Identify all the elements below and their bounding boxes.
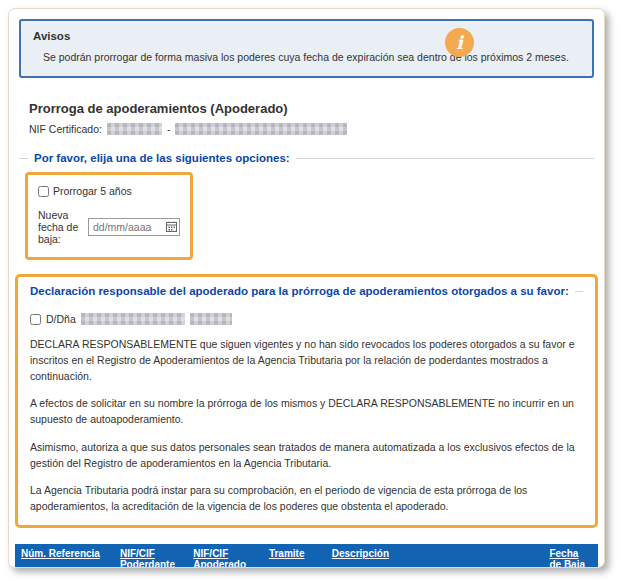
- declaracion-paragraph: A efectos de solicitar en su nombre la p…: [30, 396, 583, 428]
- header-fecha-baja[interactable]: Fecha de Baja: [544, 544, 598, 568]
- declaracion-legend-row: Declaración responsable del apoderado pa…: [30, 285, 583, 297]
- prorrogar-checkbox[interactable]: [38, 186, 49, 197]
- prorrogar-label: Prorrogar 5 años: [53, 185, 132, 197]
- info-icon-glyph: i: [456, 34, 463, 52]
- nif-separator: -: [167, 123, 171, 135]
- declaracion-box: Declaración responsable del apoderado pa…: [15, 274, 598, 528]
- declaracion-paragraph: Asimismo, autoriza a que sus datos perso…: [30, 440, 583, 472]
- options-legend-row: Por favor, elija una de las siguientes o…: [19, 152, 594, 164]
- redacted-nif-value: [107, 123, 162, 135]
- declaracion-checkbox[interactable]: [30, 314, 41, 325]
- avisos-title: Avisos: [33, 30, 580, 42]
- page-title: Prorroga de apoderamientos (Apoderado): [29, 101, 594, 116]
- prorrogar-option[interactable]: Prorrogar 5 años: [38, 185, 180, 197]
- redacted-apoderado-surname: [190, 313, 232, 325]
- apoderamientos-table: Núm. Referencia NIF/CIF Poderdante NIF/C…: [15, 544, 598, 568]
- declaracion-paragraph: DECLARA RESPONSABLEMENTE que siguen vige…: [30, 337, 583, 384]
- nueva-fecha-row: Nueva fecha de baja:: [38, 209, 180, 245]
- table-header-row: Núm. Referencia NIF/CIF Poderdante NIF/C…: [16, 544, 598, 568]
- main-panel: Avisos Se podrán prorrogar de forma masi…: [8, 8, 605, 568]
- calendar-icon[interactable]: [166, 221, 177, 232]
- nueva-fecha-label: Nueva fecha de baja:: [38, 209, 83, 245]
- header-num-referencia[interactable]: Núm. Referencia: [16, 544, 115, 568]
- header-tramite[interactable]: Tramite: [263, 544, 326, 568]
- nif-certificado-line: NIF Certificado: -: [29, 123, 594, 135]
- options-legend: Por favor, elija una de las siguientes o…: [34, 152, 290, 164]
- declaracion-consent[interactable]: D/Dña: [30, 313, 583, 325]
- nif-label: NIF Certificado:: [29, 123, 102, 135]
- header-nif-poderdante[interactable]: NIF/CIF Poderdante: [114, 544, 187, 568]
- declaracion-legend: Declaración responsable del apoderado pa…: [30, 285, 569, 297]
- declaracion-checkbox-label: D/Dña: [46, 313, 76, 325]
- redacted-apoderado-name: [81, 313, 185, 325]
- avisos-box: Avisos Se podrán prorrogar de forma masi…: [19, 19, 594, 78]
- avisos-message: Se podrán prorrogar de forma masiva los …: [43, 51, 580, 63]
- redacted-holder-name: [175, 123, 347, 135]
- options-box: Prorrogar 5 años Nueva fecha de baja:: [25, 172, 193, 260]
- nueva-fecha-wrap: [88, 218, 180, 236]
- info-icon: i: [445, 28, 474, 57]
- header-nif-apoderado[interactable]: NIF/CIF Apoderado: [188, 544, 264, 568]
- declaracion-paragraph: La Agencia Tributaria podrá instar para …: [30, 483, 583, 515]
- page: Avisos Se podrán prorrogar de forma masi…: [0, 0, 621, 583]
- header-descripcion[interactable]: Descripción: [326, 544, 544, 568]
